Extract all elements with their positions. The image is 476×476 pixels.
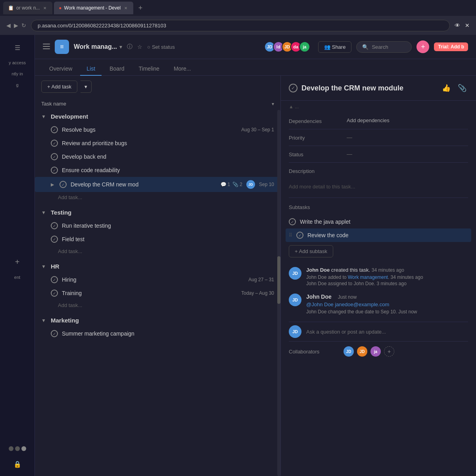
add-task-hr[interactable]: Add task... xyxy=(35,300,280,311)
task-check-run-testing[interactable]: ✓ xyxy=(51,222,58,229)
task-row-resolve-bugs[interactable]: ✓ Resolve bugs Aug 30 – Sep 1 xyxy=(35,123,280,136)
detail-task-check[interactable]: ✓ xyxy=(289,84,298,92)
sidebar-dots xyxy=(9,446,26,451)
section-toggle-hr[interactable]: ▼ xyxy=(41,264,48,269)
task-row-summer-campaign[interactable]: ✓ Summer marketing campaign xyxy=(35,327,280,340)
tab-list[interactable]: List xyxy=(80,62,102,76)
subtask-check-java[interactable]: ✓ xyxy=(289,218,296,225)
mention-link[interactable]: @John Doe janedoe@example.com xyxy=(306,301,468,307)
detail-panel: ✓ Develop the CRM new module 👍 📎 ▲ ... D… xyxy=(281,76,476,476)
back-icon[interactable]: ◀ xyxy=(6,22,11,29)
priority-value[interactable]: — xyxy=(347,134,352,140)
sidebar-collapse-btn[interactable]: ☰ xyxy=(10,40,25,56)
add-task-testing[interactable]: Add task... xyxy=(35,246,280,257)
address-input[interactable] xyxy=(31,20,450,31)
star-icon[interactable]: ☆ xyxy=(137,44,142,50)
task-check-review-bugs[interactable]: ✓ xyxy=(51,140,58,147)
section-toggle-marketing[interactable]: ▼ xyxy=(41,318,48,323)
add-subtask-button[interactable]: + Add subtask xyxy=(289,245,333,257)
share-button[interactable]: 👥 Share xyxy=(318,41,352,53)
refresh-icon[interactable]: ↻ xyxy=(21,22,26,29)
tab-close-2[interactable]: ✕ xyxy=(123,5,129,11)
forward-icon[interactable]: ▶ xyxy=(14,22,18,29)
sidebar-add-btn[interactable]: + xyxy=(10,254,25,270)
detail-attach-btn[interactable]: 📎 xyxy=(456,82,468,94)
field-priority: Priority — xyxy=(289,129,468,146)
task-row-field-test[interactable]: ✓ Field test xyxy=(35,232,280,246)
add-button[interactable]: + xyxy=(416,40,429,53)
task-row-code-readability[interactable]: ✓ Ensure code readability xyxy=(35,163,280,177)
task-name-hiring: Hiring xyxy=(62,276,244,283)
add-dependencies-btn[interactable]: Add dependencies xyxy=(347,117,390,123)
task-expand-crm[interactable]: ▶ xyxy=(51,182,54,187)
subtask-review-code[interactable]: ⠿ ✓ Review the code xyxy=(286,228,471,242)
collab-avatar-1: JD xyxy=(344,346,354,357)
tab-inactive[interactable]: 📋 or work n... ✕ xyxy=(3,2,52,14)
scrollbar-track[interactable] xyxy=(277,110,280,476)
task-check-code-readability[interactable]: ✓ xyxy=(51,167,58,174)
info-icon[interactable]: ⓘ xyxy=(127,43,132,50)
tab-more[interactable]: More... xyxy=(167,62,198,76)
task-row-training[interactable]: ✓ Training Today – Aug 30 xyxy=(35,286,280,300)
task-check-resolve-bugs[interactable]: ✓ xyxy=(51,126,58,133)
task-check-develop-backend[interactable]: ✓ xyxy=(51,153,58,160)
comment-icon: 💬 xyxy=(221,182,226,187)
comment-input[interactable] xyxy=(306,329,468,335)
add-tab-button[interactable]: + xyxy=(135,2,146,13)
add-task-button[interactable]: + Add task xyxy=(41,81,77,93)
tab-timeline[interactable]: Timeline xyxy=(132,62,166,76)
task-check-field-test[interactable]: ✓ xyxy=(51,236,58,243)
svg-rect-2 xyxy=(43,48,50,49)
section-header-development[interactable]: ▼ Development xyxy=(35,110,280,123)
subtask-java-applet[interactable]: ✓ Write the java applet xyxy=(289,215,468,228)
task-row-crm-module[interactable]: ▶ ✓ Develop the CRM new mod 💬 1 📎 xyxy=(35,177,280,192)
detail-like-btn[interactable]: 👍 xyxy=(440,82,452,94)
description-placeholder[interactable]: Add more detail to this task... xyxy=(289,180,355,193)
tab-overview[interactable]: Overview xyxy=(43,62,79,76)
add-b-label: Add b xyxy=(451,44,464,50)
incognito-icon: 👁 xyxy=(455,22,460,29)
detail-body: ▲ ... Dependencies Add dependencies Prio… xyxy=(281,101,476,368)
add-task-dropdown[interactable]: ▾ xyxy=(81,81,92,93)
work-mgmt-link[interactable]: Work management xyxy=(348,274,388,280)
set-status-btn[interactable]: ○ Set status xyxy=(147,44,175,50)
add-task-development[interactable]: Add task... xyxy=(35,192,280,203)
tab-favicon-1: 📋 xyxy=(8,5,14,11)
section-toggle-testing[interactable]: ▼ xyxy=(41,210,48,215)
subtask-check-review[interactable]: ✓ xyxy=(296,232,303,239)
task-check-crm-module[interactable]: ✓ xyxy=(60,181,67,188)
section-marketing: ▼ Marketing ✓ Summer marketing campaign xyxy=(35,314,280,340)
task-check-summer-campaign[interactable]: ✓ xyxy=(51,330,58,337)
filter-arrow[interactable]: ▾ xyxy=(272,101,274,107)
tab-bar: 📋 or work n... ✕ ● Work management - Dev… xyxy=(0,0,476,16)
collab-avatar-2: JD xyxy=(357,346,367,357)
tab-board[interactable]: Board xyxy=(103,62,131,76)
project-expand-icon[interactable]: ▾ xyxy=(119,44,122,50)
task-name-training: Training xyxy=(62,290,237,296)
task-row-develop-backend[interactable]: ✓ Develop back end xyxy=(35,150,280,163)
add-collaborator-btn[interactable]: + xyxy=(384,346,394,357)
status-value[interactable]: — xyxy=(347,151,352,157)
section-header-marketing[interactable]: ▼ Marketing xyxy=(35,314,280,327)
task-check-hiring[interactable]: ✓ xyxy=(51,276,58,283)
task-meta-crm: 💬 1 📎 2 xyxy=(221,182,242,187)
drag-handle-icon[interactable]: ⠿ xyxy=(289,232,292,238)
trial-badge: Trial: Add b xyxy=(434,42,468,51)
section-toggle-development[interactable]: ▼ xyxy=(41,114,48,119)
dot-3 xyxy=(21,446,26,451)
scrollbar-thumb[interactable] xyxy=(277,256,280,304)
section-header-hr[interactable]: ▼ HR xyxy=(35,260,280,273)
task-name-review-bugs: Review and prioritize bugs xyxy=(62,140,274,146)
search-box[interactable]: 🔍 Search xyxy=(356,41,412,53)
task-row-hiring[interactable]: ✓ Hiring Aug 27 – 31 xyxy=(35,273,280,286)
tab-active[interactable]: ● Work management - Devel ✕ xyxy=(54,2,133,14)
tab-close-1[interactable]: ✕ xyxy=(42,5,48,11)
task-row-run-testing[interactable]: ✓ Run iterative testing xyxy=(35,219,280,232)
window-close-icon[interactable]: ✕ xyxy=(465,22,470,29)
task-list-scroll[interactable]: ▼ Development ✓ Resolve bugs Aug 30 – Se… xyxy=(35,110,280,476)
activity-author-row: John Doe Just now xyxy=(306,294,468,300)
task-check-training[interactable]: ✓ xyxy=(51,290,58,297)
section-header-testing[interactable]: ▼ Testing xyxy=(35,206,280,219)
task-row-review-bugs[interactable]: ✓ Review and prioritize bugs xyxy=(35,136,280,150)
sidebar-toggle-btn[interactable] xyxy=(43,43,50,51)
